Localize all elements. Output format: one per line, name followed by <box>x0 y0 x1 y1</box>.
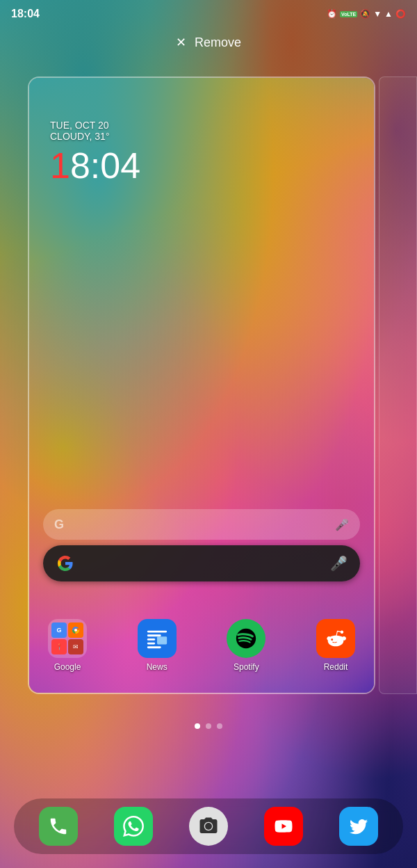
remove-label: Remove <box>195 35 241 50</box>
folder-chrome-icon <box>68 622 83 638</box>
mute-icon: 🔕 <box>360 9 370 19</box>
folder-gmail-icon: ✉ <box>68 639 83 654</box>
dock-camera-button[interactable] <box>189 807 228 846</box>
widget-weather: CLOUDY, 31° <box>50 131 140 142</box>
dock-twitter-button[interactable] <box>339 807 378 846</box>
widget-clock-rest: 8:04 <box>70 145 140 186</box>
remove-close-icon[interactable]: ✕ <box>176 35 186 50</box>
wifi-icon: ▼ <box>373 9 382 19</box>
search-mic-icon[interactable]: 🎤 <box>330 555 348 572</box>
app-label-spotify: Spotify <box>234 662 259 672</box>
app-item-spotify[interactable]: Spotify <box>222 619 270 672</box>
dock-phone-button[interactable] <box>39 807 78 846</box>
widget-clock-hour-red: 1 <box>50 145 70 186</box>
dock <box>14 798 403 854</box>
svg-rect-5 <box>147 643 154 645</box>
svg-point-8 <box>205 823 212 830</box>
google-folder-icon: G 📍 ✉ <box>48 619 87 658</box>
folder-maps-icon: 📍 <box>51 639 67 654</box>
status-icons: ⏰ VoLTE 🔕 ▼ ▲ ⭕ <box>327 9 406 19</box>
svg-rect-6 <box>147 646 161 648</box>
dock-whatsapp-button[interactable] <box>114 807 153 846</box>
app-item-google[interactable]: G 📍 ✉ Google <box>43 619 92 672</box>
app-label-reddit: Reddit <box>324 662 348 672</box>
page-dot-2[interactable] <box>206 723 211 729</box>
page-dot-3[interactable] <box>217 723 222 729</box>
status-bar: 18:04 ⏰ VoLTE 🔕 ▼ ▲ ⭕ <box>0 0 417 28</box>
spotify-app-icon <box>227 619 265 658</box>
reddit-app-icon <box>316 619 355 658</box>
google-logo <box>56 554 75 573</box>
search-ghost-g-icon: G <box>54 517 64 532</box>
app-label-google: Google <box>54 662 81 672</box>
svg-rect-1 <box>147 631 166 633</box>
widget-datetime: TUE, OCT 20 CLOUDY, 31° 1 8:04 <box>50 120 140 186</box>
google-search-bar[interactable]: 🎤 <box>43 545 360 581</box>
alarm-icon: ⏰ <box>327 9 337 19</box>
status-time: 18:04 <box>11 8 40 20</box>
widget-clock: 1 8:04 <box>50 145 140 186</box>
carrier-icon: ⭕ <box>395 9 406 19</box>
widget-card[interactable]: TUE, OCT 20 CLOUDY, 31° 1 8:04 G 🎤 🎤 G <box>28 77 375 694</box>
app-item-reddit[interactable]: Reddit <box>311 619 360 672</box>
search-ghost-mic-icon: 🎤 <box>335 518 349 531</box>
widget-apps-row: G 📍 ✉ Google News <box>43 619 360 672</box>
folder-g-icon: G <box>51 622 67 638</box>
app-label-news: News <box>147 662 167 672</box>
app-item-news[interactable]: News <box>133 619 181 672</box>
remove-bar[interactable]: ✕ Remove <box>0 35 417 50</box>
side-panel-right <box>379 77 417 694</box>
dock-youtube-button[interactable] <box>264 807 303 846</box>
page-dot-1[interactable] <box>195 723 200 729</box>
svg-rect-3 <box>147 638 154 641</box>
volte-badge: VoLTE <box>340 11 357 17</box>
signal-icon: ▲ <box>384 9 393 19</box>
search-ghost: G 🎤 <box>43 509 360 540</box>
news-app-icon <box>138 619 177 658</box>
page-indicators <box>0 723 417 729</box>
svg-rect-4 <box>157 636 167 644</box>
svg-rect-2 <box>147 634 161 636</box>
widget-date: TUE, OCT 20 <box>50 120 140 131</box>
svg-point-0 <box>74 629 77 632</box>
